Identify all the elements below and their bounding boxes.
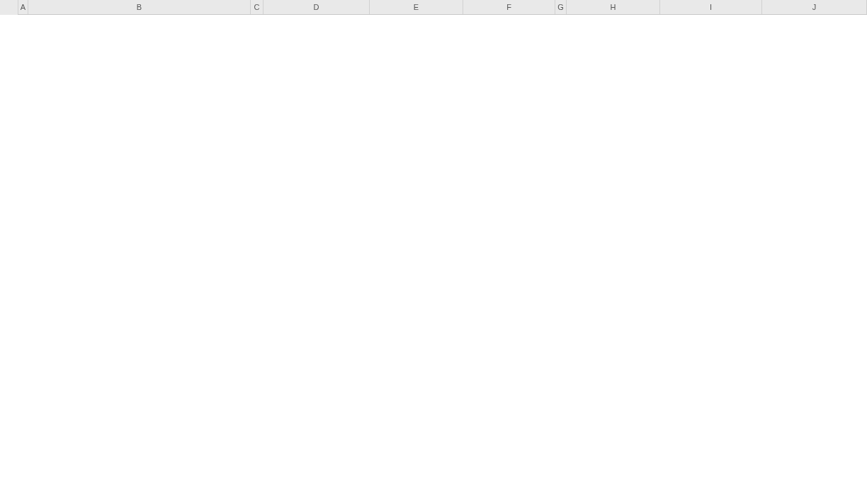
select-all-corner[interactable] [0, 0, 18, 14]
col-header-H[interactable]: H [567, 0, 660, 14]
col-header-J[interactable]: J [762, 0, 867, 14]
col-header-B[interactable]: B [28, 0, 251, 14]
col-header-D[interactable]: D [264, 0, 370, 14]
title-row[interactable]: Profit and Loss Statement [18, 14, 867, 15]
spreadsheet: A B C D E F G H I J 1 2 3 4 5 6 7 8 9 10… [0, 0, 867, 15]
col-header-E[interactable]: E [370, 0, 463, 14]
row-header-1[interactable]: 1 [0, 14, 18, 15]
page-title: Profit and Loss Statement [28, 14, 867, 15]
col-header-C[interactable]: C [251, 0, 264, 14]
row-headers: 1 2 3 4 5 6 7 8 9 10 11 12 13 14 15 16 1… [0, 14, 18, 15]
column-headers: A B C D E F G H I J [0, 0, 867, 15]
grid-body[interactable]: Profit and Loss Statement PRIOR PERIOD B… [18, 14, 867, 15]
col-header-I[interactable]: I [660, 0, 762, 14]
col-header-A[interactable]: A [18, 0, 28, 14]
col-header-F[interactable]: F [463, 0, 555, 14]
col-header-G[interactable]: G [555, 0, 567, 14]
